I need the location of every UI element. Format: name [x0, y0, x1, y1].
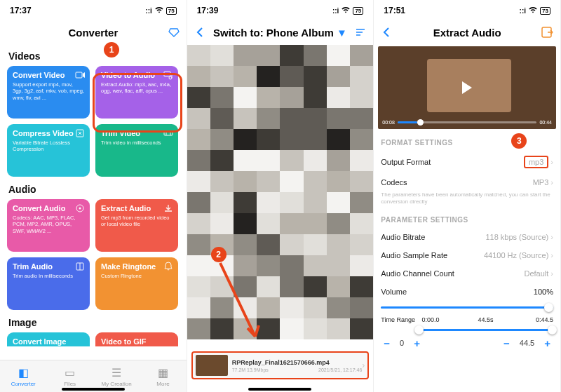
chevron-right-icon: › — [550, 233, 553, 241]
card-desc: Trim video in milliseconds — [101, 140, 173, 146]
card-compress-video[interactable]: Compress Video Variable Bitrate Lossless… — [7, 124, 90, 177]
card-desc: Extract Audio: mp3, aac, m4a, ogg, wav, … — [101, 81, 173, 95]
step-badge-2: 2 — [211, 247, 227, 262]
svg-rect-0 — [76, 72, 82, 78]
header: Switch to: Phone Album ▼ — [187, 21, 374, 43]
signal-icon: ::i — [145, 7, 151, 15]
wifi-icon — [342, 7, 350, 15]
battery-icon: 75 — [353, 7, 363, 15]
video-player[interactable]: 00:08 00:44 — [378, 46, 556, 129]
play-icon[interactable] — [462, 81, 472, 94]
start-plus[interactable]: + — [414, 337, 420, 349]
status-bar: 17:39 ::i 75 — [187, 0, 374, 21]
row-bitrate[interactable]: Audio Bitrate 118 kbps (Source)› — [374, 228, 560, 246]
album-switch[interactable]: Switch to: Phone Album ▼ — [213, 27, 347, 39]
card-extract-audio[interactable]: Extract Audio Get mp3 from recorded vide… — [95, 199, 178, 252]
signal-icon: ::i — [520, 7, 526, 15]
volume-slider[interactable] — [381, 302, 553, 312]
status-time: 17:37 — [10, 6, 32, 15]
export-button[interactable] — [541, 25, 555, 39]
sort-button[interactable] — [353, 25, 367, 39]
signal-icon: ::i — [332, 7, 339, 15]
row-output-format[interactable]: Output Format mp3› — [374, 151, 560, 173]
start-minus[interactable]: − — [384, 337, 390, 349]
chevron-right-icon: › — [362, 360, 365, 370]
screen-extract-audio: 17:51 ::i 73 Extract Audio 00:08 00:44 3… — [374, 0, 561, 392]
section-format-settings: FORMAT SETTINGS — [374, 132, 560, 151]
file-date: 2021/5/21, 12:17:46 — [318, 367, 362, 372]
chevron-right-icon: › — [550, 269, 553, 278]
status-bar: 17:51 ::i 73 — [374, 0, 560, 21]
card-title: Extract Audio — [101, 204, 173, 212]
card-desc: Variable Bitrate Lossless Compression — [13, 140, 84, 153]
file-name: RPReplay_Final1621570666.mp4 — [232, 359, 363, 366]
convert-icon — [74, 69, 86, 81]
svg-rect-1 — [164, 72, 170, 76]
range-duration: 44.5s — [446, 316, 525, 323]
row-codecs[interactable]: Codecs MP3› — [374, 173, 560, 191]
header: Extract Audio — [374, 21, 560, 43]
premium-icon[interactable] — [167, 25, 181, 39]
card-convert-audio[interactable]: Convert Audio Codecs: AAC, MP3, FLAC, PC… — [7, 199, 90, 252]
row-channel-count[interactable]: Audio Channel Count Default› — [374, 264, 560, 283]
card-trim-audio[interactable]: Trim Audio Trim audio in milliseconds — [7, 257, 90, 310]
tab-converter[interactable]: ◧Converter — [0, 360, 46, 392]
row-sample-rate[interactable]: Audio Sample Rate 44100 Hz (Source)› — [374, 246, 560, 264]
end-plus[interactable]: + — [544, 337, 550, 349]
tab-more[interactable]: ▦More — [140, 360, 186, 392]
end-minus[interactable]: − — [503, 337, 510, 349]
svg-point-6 — [79, 208, 81, 210]
status-icons: ::i 75 — [332, 7, 363, 15]
download-icon — [163, 203, 174, 214]
back-button[interactable] — [193, 25, 207, 39]
svg-rect-4 — [164, 131, 173, 135]
battery-icon: 75 — [166, 7, 177, 15]
section-videos: Videos — [0, 43, 187, 66]
player-timeline: 00:08 00:44 — [382, 120, 552, 125]
status-time: 17:51 — [384, 6, 405, 15]
page-title: Converter — [68, 27, 118, 39]
home-indicator — [248, 388, 311, 391]
card-video-to-audio[interactable]: Video to Audio Extract Audio: mp3, aac, … — [95, 66, 178, 119]
row-volume: Volume 100% — [374, 283, 560, 301]
time-range-slider[interactable]: Time Range — [374, 325, 560, 336]
compress-icon — [74, 128, 86, 139]
pixelated-album-background — [187, 45, 374, 338]
card-convert-video[interactable]: Convert Video Support export mp4, mov, 3… — [7, 66, 90, 119]
range-knob-end[interactable] — [548, 325, 557, 334]
arrow-annotation — [217, 259, 266, 344]
section-audio: Audio — [0, 177, 187, 199]
status-icons: ::i 75 — [145, 7, 176, 15]
book-icon — [74, 261, 86, 272]
back-button[interactable] — [379, 25, 393, 39]
header: Converter — [0, 21, 187, 43]
seek-track[interactable] — [398, 121, 537, 123]
slider-knob[interactable] — [544, 303, 553, 312]
section-image: Image — [0, 310, 187, 332]
screen-converter-home: 17:37 ::i 75 Converter 1 Videos Convert … — [0, 0, 187, 392]
file-thumbnail — [196, 355, 228, 376]
card-video-to-gif[interactable]: Video to GIF — [95, 332, 178, 346]
audio-cards: Convert Audio Codecs: AAC, MP3, FLAC, PC… — [0, 199, 187, 310]
seek-knob[interactable] — [417, 119, 424, 126]
card-title: Video to GIF — [101, 337, 173, 346]
card-desc: Custom Ringtone — [101, 273, 173, 279]
status-icons: ::i 73 — [520, 7, 550, 15]
card-title: Convert Audio — [13, 204, 84, 212]
selected-file-row[interactable]: RPReplay_Final1621570666.mp4 77.2M 13.9M… — [191, 351, 370, 379]
range-start: 0:00.0 — [418, 316, 443, 323]
card-title: Make Ringtone — [101, 262, 173, 271]
card-trim-video[interactable]: Trim Video Trim video in milliseconds — [95, 124, 178, 177]
range-knob-start[interactable] — [414, 325, 424, 334]
file-meta: RPReplay_Final1621570666.mp4 77.2M 13.9M… — [232, 359, 363, 372]
chevron-right-icon: › — [550, 178, 553, 187]
converter-icon: ◧ — [18, 366, 29, 379]
chevron-right-icon: › — [550, 158, 553, 166]
wifi-icon — [529, 7, 537, 15]
row-time-range: Time Range 0:00.0 44.5s 0:44.5 — [374, 316, 560, 325]
chevron-right-icon: › — [550, 251, 553, 259]
card-desc: Get mp3 from recorded video or local vid… — [101, 215, 173, 228]
card-make-ringtone[interactable]: Make Ringtone Custom Ringtone — [95, 257, 178, 310]
card-desc: Support export mp4, mov, 3gp, 3g2, asf, … — [13, 81, 84, 101]
card-convert-image[interactable]: Convert Image — [7, 332, 90, 346]
